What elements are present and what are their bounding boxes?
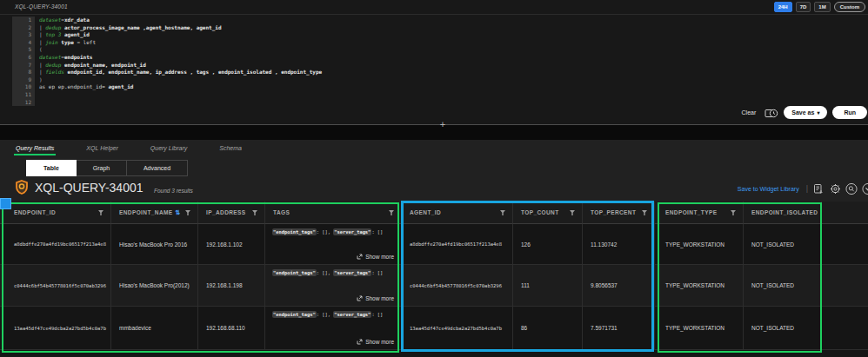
- col-header-top-count[interactable]: TOP_COUNT: [513, 202, 583, 224]
- cell-agent-id[interactable]: a8dbdffe270a4fd19bc06517f213a4e8: [402, 224, 513, 265]
- results-count: Found 3 results: [154, 188, 193, 194]
- filter-icon[interactable]: [252, 210, 257, 215]
- tag-chip: "server_tags": [333, 311, 371, 318]
- sort-icon[interactable]: ⇅: [176, 209, 181, 216]
- cell-endpoint-isolated[interactable]: NOT_ISOLATED: [744, 224, 822, 265]
- table-row[interactable]: c0444c6bf54b45778016f5c070ab3296 Hisao's…: [0, 265, 868, 307]
- time-range-group: 24H 7D 1M Custom: [774, 2, 865, 12]
- xql-code-editor[interactable]: 123456789101112 dataset=xdr_data| dedup …: [12, 17, 322, 106]
- run-button[interactable]: Run: [832, 106, 867, 119]
- cell-top-count[interactable]: 111: [513, 265, 583, 307]
- cell-top-percent[interactable]: 7.5971731: [583, 307, 655, 350]
- cell-tags[interactable]: "endpoint_tags": [], "server_tags": [] S…: [265, 265, 402, 307]
- cell-empty: [822, 307, 868, 350]
- col-header-agent-id[interactable]: AGENT_ID: [402, 202, 513, 224]
- results-header: XQL-QUERY-34001 Found 3 results Save to …: [0, 177, 868, 202]
- cell-endpoint-id[interactable]: 13aa45df47ce49dcba2a27bd5b4c0a7b: [0, 307, 111, 350]
- tag-chip: "endpoint_tags": [272, 269, 317, 276]
- export-icon[interactable]: [812, 182, 825, 195]
- col-header-empty: [822, 202, 868, 224]
- panel-footer: [0, 350, 868, 357]
- time-range-24h[interactable]: 24H: [774, 2, 792, 12]
- tab-query-library[interactable]: Query Library: [150, 145, 187, 155]
- show-more-link[interactable]: Show more: [357, 254, 394, 260]
- tag-chip: "server_tags": [333, 269, 371, 276]
- save-to-widget-library-link[interactable]: Save to Widget Library: [738, 186, 799, 192]
- code-lines[interactable]: dataset=xdr_data| dedup actor_process_im…: [35, 17, 322, 106]
- cell-agent-id[interactable]: c0444c6bf54b45778016f5c070ab3296: [402, 265, 513, 307]
- save-as-button[interactable]: Save as▾: [784, 106, 827, 119]
- cell-endpoint-name[interactable]: mmbadevice: [111, 307, 198, 350]
- query-editor-panel: XQL-QUERY-34001 24H 7D 1M Custom 1234567…: [0, 0, 868, 124]
- clear-button[interactable]: Clear: [742, 109, 757, 116]
- col-header-endpoint-name[interactable]: ENDPOINT_NAME⇅: [111, 202, 198, 224]
- shield-icon: [15, 180, 29, 198]
- results-title: XQL-QUERY-34001: [35, 181, 144, 195]
- view-tab-graph[interactable]: Graph: [77, 160, 127, 176]
- cell-endpoint-name[interactable]: Hisao's MacBook Pro(2012): [111, 265, 198, 307]
- tag-chip: "server_tags": [333, 228, 371, 235]
- filter-icon[interactable]: [389, 210, 394, 215]
- table-row[interactable]: 13aa45df47ce49dcba2a27bd5b4c0a7b mmbadev…: [0, 307, 868, 350]
- view-tab-advanced[interactable]: Advanced: [127, 160, 188, 176]
- filter-icon[interactable]: [642, 210, 647, 215]
- more-dropdown-icon[interactable]: [862, 182, 868, 195]
- cell-endpoint-isolated[interactable]: NOT_ISOLATED: [744, 307, 822, 350]
- cell-top-percent[interactable]: 9.8056537: [583, 265, 655, 307]
- table-row[interactable]: a8dbdffe270a4fd19bc06517f213a4e8 Hisao's…: [0, 224, 868, 265]
- view-switcher: Table Graph Advanced: [26, 160, 188, 176]
- settings-gear-icon[interactable]: [829, 182, 841, 195]
- tag-chip: "endpoint_tags": [272, 311, 317, 318]
- cell-endpoint-type[interactable]: TYPE_WORKSTATION: [655, 224, 744, 265]
- filter-icon[interactable]: [570, 210, 575, 215]
- filter-icon[interactable]: [731, 210, 736, 215]
- editor-actions: Clear Save as▾ Run: [742, 106, 867, 119]
- cell-endpoint-name[interactable]: Hisao's MacBook Pro 2016: [111, 224, 198, 265]
- cell-tags[interactable]: "endpoint_tags": [], "server_tags": [] S…: [265, 307, 402, 350]
- cell-endpoint-type[interactable]: TYPE_WORKSTATION: [655, 307, 744, 350]
- col-header-ip-address[interactable]: IP_ADDRESS: [198, 202, 265, 224]
- view-tab-table[interactable]: Table: [26, 160, 77, 176]
- tab-query-results[interactable]: Query Results: [16, 145, 54, 155]
- table-header-row: ENDPOINT_ID ENDPOINT_NAME⇅ IP_ADDRESS TA…: [0, 202, 868, 224]
- search-icon[interactable]: [845, 182, 858, 195]
- cell-ip-address[interactable]: 192.168.68.110: [198, 307, 265, 350]
- tab-schema[interactable]: Schema: [219, 145, 242, 155]
- time-range-custom[interactable]: Custom: [834, 2, 865, 12]
- schedule-query-icon[interactable]: [765, 107, 778, 118]
- tab-xql-helper[interactable]: XQL Helper: [86, 145, 117, 155]
- time-range-1m[interactable]: 1M: [814, 2, 830, 12]
- cell-endpoint-id[interactable]: c0444c6bf54b45778016f5c070ab3296: [0, 265, 111, 307]
- results-tabs: Query Results XQL Helper Query Library S…: [16, 145, 242, 155]
- cell-empty: [822, 265, 868, 307]
- cell-top-count[interactable]: 86: [513, 307, 583, 350]
- cell-agent-id[interactable]: 13aa45df47ce49dcba2a27bd5b4c0a7b: [402, 307, 513, 350]
- show-more-link[interactable]: Show more: [357, 295, 394, 301]
- cell-endpoint-id[interactable]: a8dbdffe270a4fd19bc06517f213a4e8: [0, 224, 111, 265]
- cell-endpoint-isolated[interactable]: NOT_ISOLATED: [744, 265, 822, 307]
- col-header-endpoint-isolated[interactable]: ENDPOINT_ISOLATED: [744, 202, 822, 224]
- panel-gap: [0, 125, 868, 140]
- cell-top-count[interactable]: 126: [513, 224, 583, 265]
- cell-endpoint-type[interactable]: TYPE_WORKSTATION: [655, 265, 744, 307]
- col-header-endpoint-type[interactable]: ENDPOINT_TYPE: [655, 202, 744, 224]
- cell-ip-address[interactable]: 192.168.1.102: [198, 224, 265, 265]
- filter-icon[interactable]: [500, 210, 505, 215]
- results-header-actions: Save to Widget Library |: [738, 182, 868, 195]
- results-panel: Query Results XQL Helper Query Library S…: [0, 140, 868, 357]
- splitter-handle-icon[interactable]: +: [438, 119, 447, 129]
- filter-icon[interactable]: [185, 210, 190, 215]
- col-header-top-percent[interactable]: TOP_PERCENT: [583, 202, 655, 224]
- xql-query-app: XQL-QUERY-34001 24H 7D 1M Custom 1234567…: [0, 0, 868, 357]
- cell-empty: [822, 224, 868, 265]
- show-more-link[interactable]: Show more: [357, 339, 394, 345]
- cell-ip-address[interactable]: 192.168.1.198: [198, 265, 265, 307]
- time-range-7d[interactable]: 7D: [796, 2, 811, 12]
- filter-icon[interactable]: [98, 210, 103, 215]
- col-header-tags[interactable]: TAGS: [265, 202, 402, 224]
- chevron-down-icon: ▾: [817, 110, 819, 116]
- col-header-endpoint-id[interactable]: ENDPOINT_ID: [0, 202, 111, 224]
- cell-top-percent[interactable]: 11.130742: [583, 224, 655, 265]
- cell-tags[interactable]: "endpoint_tags": [], "server_tags": [] S…: [265, 224, 402, 265]
- line-number-gutter: 123456789101112: [12, 17, 35, 106]
